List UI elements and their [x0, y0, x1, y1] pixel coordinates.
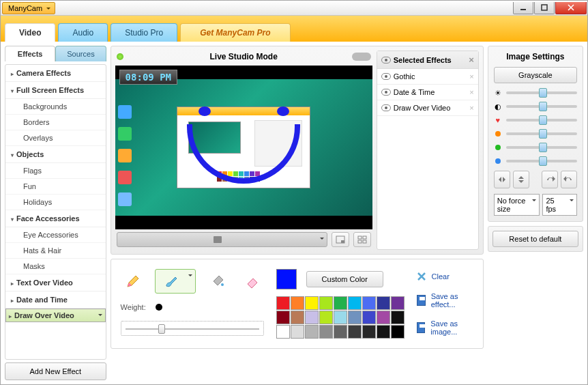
- color-swatch[interactable]: [362, 325, 376, 339]
- color-swatch[interactable]: [348, 311, 362, 324]
- tab-get-pro[interactable]: Get ManyCam Pro: [180, 23, 290, 42]
- image-settings-title: Image Settings: [494, 52, 577, 61]
- remove-effect-button[interactable]: ×: [469, 104, 473, 112]
- color-swatch[interactable]: [319, 311, 333, 324]
- color-controls: Custom Color: [276, 269, 405, 339]
- fx-hats-hair[interactable]: Hats & Hair: [5, 243, 106, 259]
- save-as-effect-button[interactable]: Save as effect...: [417, 292, 473, 309]
- color-top-row: Custom Color: [276, 269, 405, 289]
- force-size-select[interactable]: No force size: [494, 194, 540, 216]
- fx-backgrounds[interactable]: Backgrounds: [5, 99, 106, 115]
- color-swatch[interactable]: [334, 296, 347, 310]
- color-swatch[interactable]: [362, 311, 376, 324]
- fx-eye-accessories[interactable]: Eye Accessories: [5, 227, 106, 243]
- preview-toggle[interactable]: [352, 53, 371, 61]
- fx-masks[interactable]: Masks: [5, 259, 106, 274]
- x-icon: [417, 272, 426, 281]
- cat-fullscreen-effects[interactable]: Full Screen Effects: [5, 82, 106, 99]
- grayscale-button[interactable]: Grayscale: [494, 67, 577, 83]
- tab-studio-pro[interactable]: Studio Pro: [111, 23, 177, 42]
- color-swatch[interactable]: [334, 325, 347, 339]
- fps-select[interactable]: 25 fps: [542, 194, 577, 216]
- brush-tool[interactable]: [155, 269, 196, 294]
- save-icon: [417, 322, 426, 333]
- fx-flags[interactable]: Flags: [5, 163, 106, 179]
- color-swatch[interactable]: [291, 296, 304, 310]
- selected-effect-row[interactable]: Draw Over Video×: [377, 100, 478, 116]
- remove-effect-button[interactable]: ×: [469, 88, 473, 96]
- save-as-image-button[interactable]: Save as image...: [417, 319, 473, 336]
- fx-text-over-video[interactable]: Text Over Video: [5, 274, 106, 291]
- weight-slider[interactable]: [121, 321, 264, 336]
- layout-pip-button[interactable]: [332, 232, 349, 247]
- color-swatch[interactable]: [391, 311, 405, 324]
- redo-button[interactable]: [542, 171, 558, 188]
- clear-all-effects-button[interactable]: ×: [469, 55, 474, 65]
- fx-date-and-time[interactable]: Date and Time: [5, 291, 106, 309]
- weight-preview-icon: [156, 304, 162, 311]
- maximize-button[interactable]: [534, 2, 555, 14]
- current-color-swatch[interactable]: [276, 269, 297, 289]
- brightness-slider[interactable]: ☀: [494, 89, 577, 97]
- color-swatch[interactable]: [276, 296, 290, 310]
- app-menu-button[interactable]: ManyCam: [2, 2, 55, 14]
- add-new-effect-button[interactable]: Add New Effect: [5, 362, 106, 380]
- cat-objects[interactable]: Objects: [5, 146, 106, 163]
- tab-video[interactable]: Video: [5, 23, 55, 42]
- video-preview[interactable]: 08:09 PM: [115, 66, 372, 229]
- fx-holidays[interactable]: Holidays: [5, 195, 106, 210]
- custom-color-button[interactable]: Custom Color: [306, 271, 383, 287]
- color-swatch[interactable]: [377, 325, 390, 339]
- color-swatch[interactable]: [276, 325, 290, 339]
- eye-icon[interactable]: [381, 89, 391, 96]
- color-swatch[interactable]: [305, 296, 319, 310]
- color-swatch[interactable]: [305, 311, 319, 324]
- eye-icon[interactable]: [381, 73, 391, 80]
- tab-audio[interactable]: Audio: [58, 23, 108, 42]
- reset-to-default-button[interactable]: Reset to default: [493, 231, 578, 247]
- subtab-sources[interactable]: Sources: [55, 46, 106, 61]
- color-swatch[interactable]: [348, 325, 362, 339]
- green-slider[interactable]: [494, 143, 577, 152]
- selected-effect-row[interactable]: Date & Time×: [377, 85, 478, 100]
- color-swatch[interactable]: [305, 325, 319, 339]
- layout-grid-button[interactable]: [353, 232, 371, 247]
- subtab-effects[interactable]: Effects: [5, 46, 55, 61]
- clear-button[interactable]: Clear: [417, 272, 473, 281]
- pencil-tool[interactable]: [121, 269, 145, 294]
- color-swatch[interactable]: [334, 311, 347, 324]
- fx-fun[interactable]: Fun: [5, 179, 106, 195]
- color-swatch[interactable]: [377, 311, 390, 324]
- color-swatch[interactable]: [391, 325, 405, 339]
- bucket-tool[interactable]: [205, 269, 230, 294]
- blue-slider[interactable]: [494, 157, 577, 165]
- contrast-slider[interactable]: ◐: [494, 102, 577, 111]
- remove-effect-button[interactable]: ×: [469, 72, 473, 81]
- color-swatch[interactable]: [362, 296, 376, 310]
- flip-vertical-button[interactable]: [513, 171, 529, 188]
- color-swatch[interactable]: [377, 296, 390, 310]
- color-swatch[interactable]: [391, 296, 405, 310]
- flip-horizontal-button[interactable]: [494, 171, 510, 188]
- fx-draw-over-video[interactable]: Draw Over Video: [5, 309, 106, 322]
- layout-single-button[interactable]: [117, 232, 327, 247]
- color-swatch[interactable]: [291, 325, 304, 339]
- color-swatch[interactable]: [276, 311, 290, 324]
- cat-face-accessories[interactable]: Face Accessories: [5, 210, 106, 227]
- orange-slider[interactable]: [494, 130, 577, 138]
- color-swatch[interactable]: [319, 325, 333, 339]
- cat-camera-effects[interactable]: Camera Effects: [5, 65, 106, 82]
- fx-overlays[interactable]: Overlays: [5, 130, 106, 146]
- close-button[interactable]: [555, 2, 587, 14]
- selected-effect-row[interactable]: Gothic×: [377, 69, 478, 85]
- undo-button[interactable]: [561, 171, 577, 188]
- red-slider[interactable]: ♥: [494, 116, 577, 124]
- color-swatch[interactable]: [291, 311, 304, 324]
- color-swatch[interactable]: [319, 296, 333, 310]
- eye-icon[interactable]: [381, 104, 391, 111]
- fx-borders[interactable]: Borders: [5, 115, 106, 130]
- svg-point-9: [221, 283, 224, 286]
- minimize-button[interactable]: [513, 2, 533, 14]
- eraser-tool[interactable]: [239, 269, 264, 294]
- color-swatch[interactable]: [348, 296, 362, 310]
